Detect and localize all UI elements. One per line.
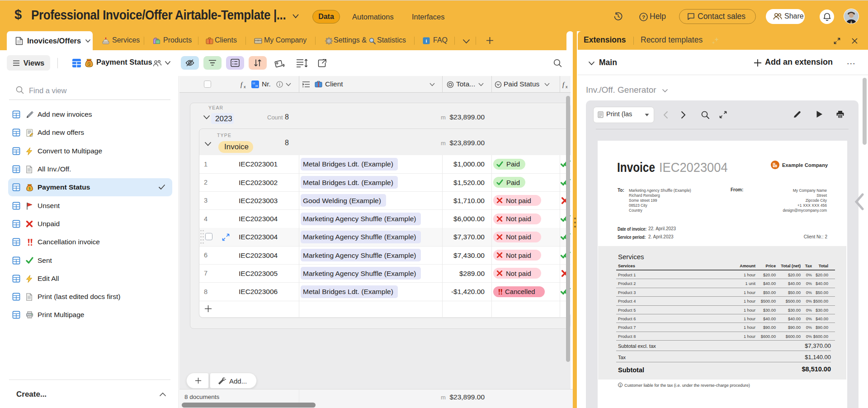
svg-text:x: x bbox=[566, 85, 568, 89]
svg-text:?: ? bbox=[642, 14, 645, 20]
svg-text:12: 12 bbox=[252, 82, 255, 85]
svg-text:$: $ bbox=[28, 186, 30, 190]
svg-text:i: i bbox=[425, 38, 427, 43]
svg-text:f: f bbox=[562, 81, 565, 88]
svg-text:x: x bbox=[244, 85, 246, 89]
svg-text:34: 34 bbox=[255, 85, 258, 87]
svg-text:f: f bbox=[241, 81, 243, 88]
